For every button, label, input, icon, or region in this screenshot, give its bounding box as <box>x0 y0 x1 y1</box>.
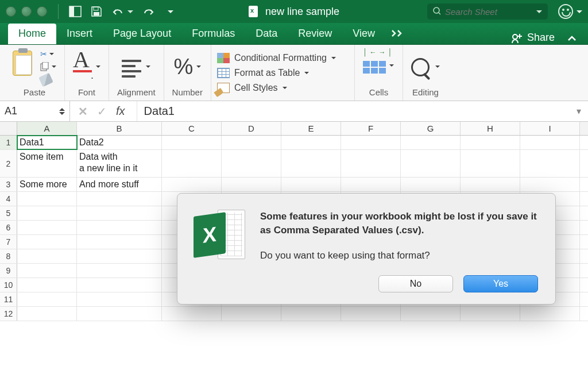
cell-C12[interactable] <box>162 307 222 321</box>
cell-A8[interactable] <box>17 249 77 263</box>
search-input[interactable] <box>444 6 533 17</box>
search-menu-caret[interactable] <box>536 10 542 16</box>
tab-review[interactable]: Review <box>288 24 342 44</box>
row-header-4[interactable]: 4 <box>0 192 17 206</box>
cell-A2[interactable]: Some item <box>17 150 77 177</box>
cell-A7[interactable] <box>17 235 77 249</box>
fx-label[interactable]: fx <box>116 105 125 118</box>
tab-formulas[interactable]: Formulas <box>181 24 245 44</box>
row-header-1[interactable]: 1 <box>0 136 17 149</box>
cell-H1[interactable] <box>461 136 520 149</box>
copy-button[interactable] <box>40 62 56 71</box>
row-header-3[interactable]: 3 <box>0 178 17 191</box>
group-alignment[interactable]: Alignment <box>109 45 164 101</box>
dialog-no-button[interactable]: No <box>378 275 453 292</box>
expand-formula-bar[interactable]: ▾ <box>577 106 588 117</box>
conditional-formatting-button[interactable]: Conditional Formatting <box>217 53 349 63</box>
cell-F12[interactable] <box>341 307 401 321</box>
col-header-C[interactable]: C <box>162 122 222 135</box>
name-box[interactable]: A1 <box>0 101 70 122</box>
group-font[interactable]: A. Font <box>65 45 109 101</box>
cell-A12[interactable] <box>17 307 77 321</box>
cell-B3[interactable]: And more stuff <box>77 178 162 191</box>
cell-I1[interactable] <box>520 136 580 149</box>
format-as-table-button[interactable]: Format as Table <box>217 68 349 78</box>
cell-F1[interactable] <box>341 136 401 149</box>
paste-icon[interactable] <box>13 51 32 76</box>
feedback-icon[interactable] <box>558 4 573 19</box>
cell-E1[interactable] <box>281 136 341 149</box>
row-header-6[interactable]: 6 <box>0 221 17 234</box>
cell-C1[interactable] <box>162 136 222 149</box>
cell-F2[interactable] <box>341 150 401 177</box>
col-header-H[interactable]: H <box>461 122 520 135</box>
tab-data[interactable]: Data <box>245 24 288 44</box>
cell-I3[interactable] <box>520 178 580 191</box>
enter-edit-icon[interactable]: ✓ <box>97 105 107 118</box>
cell-H3[interactable] <box>461 178 520 191</box>
cell-A3[interactable]: Some more <box>17 178 77 191</box>
row-header-11[interactable]: 11 <box>0 292 17 306</box>
redo-icon[interactable] <box>142 6 155 17</box>
formula-input[interactable]: Data1 <box>137 101 181 121</box>
row-header-5[interactable]: 5 <box>0 206 17 220</box>
format-painter-button[interactable] <box>40 75 56 85</box>
cell-H2[interactable] <box>461 150 520 177</box>
ribbon-options-caret[interactable] <box>577 10 582 16</box>
customize-qat-icon[interactable] <box>164 9 173 14</box>
cell-G2[interactable] <box>401 150 461 177</box>
group-cells[interactable]: │←→│ Cells <box>355 45 403 101</box>
col-header-A[interactable]: A <box>17 122 77 135</box>
window-minimize-button[interactable] <box>21 6 32 17</box>
cell-A1[interactable]: Data1 <box>17 136 77 149</box>
window-close-button[interactable] <box>6 6 16 17</box>
cell-styles-button[interactable]: Cell Styles <box>217 83 349 93</box>
cell-E3[interactable] <box>281 178 341 191</box>
tab-page-layout[interactable]: Page Layout <box>103 24 181 44</box>
col-header-I[interactable]: I <box>520 122 580 135</box>
cell-G1[interactable] <box>401 136 461 149</box>
save-icon[interactable] <box>91 6 102 17</box>
collapse-ribbon-button[interactable] <box>562 31 582 44</box>
undo-menu-caret[interactable] <box>127 10 133 16</box>
tab-home[interactable]: Home <box>8 24 56 44</box>
cell-B12[interactable] <box>77 307 162 321</box>
cell-A4[interactable] <box>17 192 77 206</box>
cell-I2[interactable] <box>520 150 580 177</box>
group-editing[interactable]: Editing <box>403 45 448 101</box>
cell-B4[interactable] <box>77 192 162 206</box>
undo-icon[interactable] <box>111 6 133 17</box>
cell-B1[interactable]: Data2 <box>77 136 162 149</box>
window-zoom-button[interactable] <box>37 6 47 17</box>
col-header-E[interactable]: E <box>281 122 341 135</box>
cell-D2[interactable] <box>222 150 281 177</box>
cell-D12[interactable] <box>222 307 281 321</box>
cell-G12[interactable] <box>401 307 461 321</box>
toggle-panels-icon[interactable] <box>69 6 82 17</box>
cut-button[interactable]: ✂ <box>40 49 56 59</box>
cell-B8[interactable] <box>77 249 162 263</box>
row-header-8[interactable]: 8 <box>0 249 17 263</box>
cell-B10[interactable] <box>77 278 162 292</box>
group-number[interactable]: % Number <box>164 45 211 101</box>
col-header-F[interactable]: F <box>341 122 401 135</box>
cell-B9[interactable] <box>77 264 162 278</box>
col-header-D[interactable]: D <box>222 122 281 135</box>
dialog-yes-button[interactable]: Yes <box>463 275 538 292</box>
row-header-10[interactable]: 10 <box>0 278 17 292</box>
cell-B11[interactable] <box>77 292 162 306</box>
cell-A6[interactable] <box>17 221 77 234</box>
tab-insert[interactable]: Insert <box>56 24 103 44</box>
col-header-B[interactable]: B <box>77 122 162 135</box>
row-header-7[interactable]: 7 <box>0 235 17 249</box>
cell-D3[interactable] <box>222 178 281 191</box>
cell-A11[interactable] <box>17 292 77 306</box>
row-header-12[interactable]: 12 <box>0 307 17 321</box>
row-header-2[interactable]: 2 <box>0 150 17 177</box>
col-header-G[interactable]: G <box>401 122 461 135</box>
cell-B2[interactable]: Data with a new line in it <box>77 150 162 177</box>
cell-C3[interactable] <box>162 178 222 191</box>
tabs-overflow[interactable] <box>385 24 412 44</box>
cell-G3[interactable] <box>401 178 461 191</box>
cell-E12[interactable] <box>281 307 341 321</box>
